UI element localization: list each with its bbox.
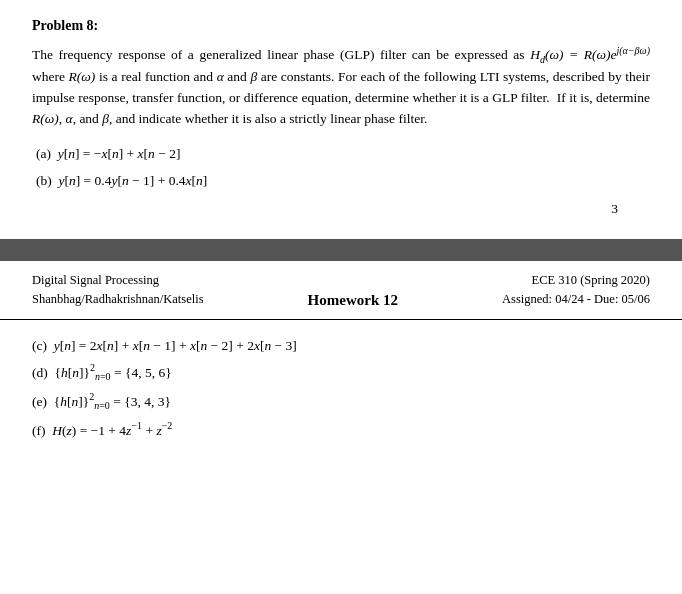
footer-right: ECE 310 (Spring 2020) Assigned: 04/24 - … <box>502 271 650 309</box>
dark-divider <box>0 239 682 261</box>
part-e: (e) {h[n]}2n=0 = {3, 4, 3} <box>32 388 650 415</box>
part-f: (f) H(z) = −1 + 4z−1 + z−2 <box>32 417 650 442</box>
footer-left: Digital Signal Processing Shanbhag/Radha… <box>32 271 204 309</box>
footer-left-line1: Digital Signal Processing <box>32 271 204 290</box>
thin-divider <box>0 319 682 320</box>
bottom-parts: (c) y[n] = 2x[n] + x[n − 1] + x[n − 2] +… <box>0 324 682 442</box>
footer-left-line2: Shanbhag/Radhakrishnan/Katselis <box>32 290 204 309</box>
page-top: Problem 8: The frequency response of a g… <box>0 0 682 229</box>
problem-description: The frequency response of a generalized … <box>32 42 650 129</box>
footer-right-line2: Assigned: 04/24 - Due: 05/06 <box>502 290 650 309</box>
footer: Digital Signal Processing Shanbhag/Radha… <box>0 261 682 315</box>
page-number: 3 <box>611 201 618 217</box>
problem-title: Problem 8: <box>32 18 650 34</box>
footer-right-line1: ECE 310 (Spring 2020) <box>502 271 650 290</box>
part-b: (b) y[n] = 0.4y[n − 1] + 0.4x[n] <box>36 170 650 193</box>
top-parts: (a) y[n] = −x[n] + x[n − 2] (b) y[n] = 0… <box>32 143 650 193</box>
part-a: (a) y[n] = −x[n] + x[n − 2] <box>36 143 650 166</box>
part-d: (d) {h[n]}2n=0 = {4, 5, 6} <box>32 359 650 386</box>
part-c: (c) y[n] = 2x[n] + x[n − 1] + x[n − 2] +… <box>32 334 650 358</box>
footer-center: Homework 12 <box>308 292 398 309</box>
page-number-area: 3 <box>32 201 650 217</box>
